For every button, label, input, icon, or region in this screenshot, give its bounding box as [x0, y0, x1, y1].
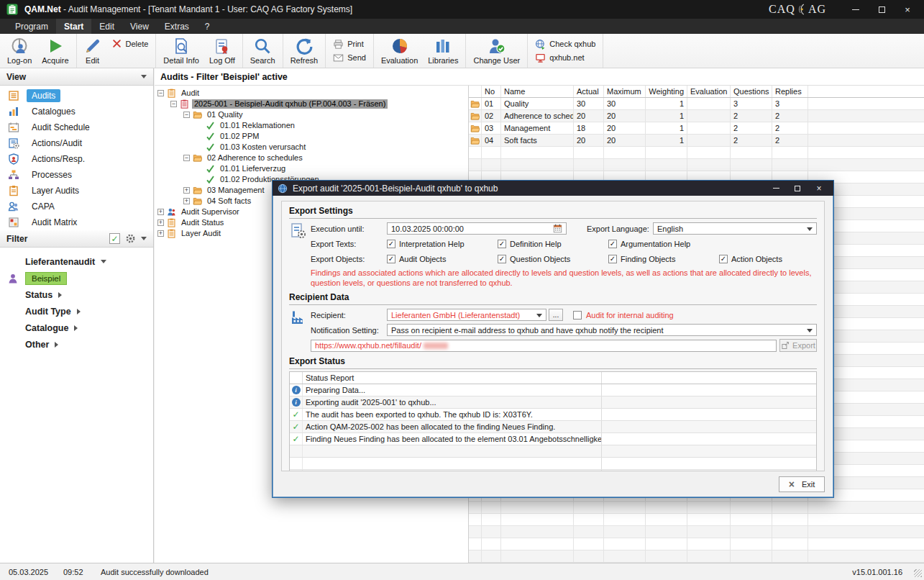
filter-group-catalogue[interactable]: Catalogue: [0, 320, 153, 336]
collapse-icon[interactable]: −: [170, 101, 177, 107]
column-header-no[interactable]: No: [482, 86, 501, 97]
filter-type-selector[interactable]: Lieferantenaudit: [0, 253, 153, 270]
notification-setting-select[interactable]: Pass on recipient e-mail address to qxhu…: [387, 324, 817, 336]
menu-item-view[interactable]: View: [122, 19, 157, 34]
finding-objects-checkbox[interactable]: ✓: [608, 255, 617, 263]
export-text-definition-help[interactable]: ✓Definition Help: [498, 240, 608, 248]
libraries-button[interactable]: Libraries: [423, 35, 463, 66]
sidebar-item-actions-audit[interactable]: Actions/Audit: [0, 135, 153, 151]
export-language-select[interactable]: English: [653, 222, 817, 235]
export-text-interpretation-help[interactable]: ✓Interpretation Help: [387, 240, 498, 248]
chevron-down-icon[interactable]: [141, 237, 147, 240]
recipient-select[interactable]: Lieferanten GmbH (Lieferantenstadt): [387, 309, 546, 321]
filter-group-other[interactable]: Other: [0, 336, 153, 353]
tree-node[interactable]: 01.01 Lieferverzug: [155, 163, 468, 174]
tree-node[interactable]: −Audit: [155, 88, 468, 99]
column-header-questions[interactable]: Questions: [731, 86, 772, 97]
sidebar-item-audit-matrix[interactable]: Audit Matrix: [0, 214, 153, 230]
qxhub-net-button[interactable]: qxhub.net: [535, 53, 595, 63]
column-header-actual[interactable]: Actual: [574, 86, 604, 97]
sidebar-item-capa[interactable]: CAPA: [0, 199, 153, 214]
export-object-question-objects[interactable]: ✓Question Objects: [498, 255, 608, 263]
export-object-audit-objects[interactable]: ✓Audit Objects: [387, 255, 498, 263]
recipient-browse-button[interactable]: ...: [549, 309, 563, 321]
dialog-maximize-button[interactable]: [788, 182, 807, 194]
action-objects-checkbox[interactable]: ✓: [719, 255, 728, 263]
send-button[interactable]: Send: [333, 53, 366, 63]
expand-icon[interactable]: +: [157, 219, 164, 226]
window-close-button[interactable]: ×: [900, 3, 915, 16]
window-maximize-button[interactable]: [874, 3, 889, 16]
log-on-button[interactable]: Log-on: [2, 35, 37, 66]
interpretation-help-checkbox[interactable]: ✓: [387, 240, 395, 248]
evaluation-button[interactable]: Evaluation: [376, 35, 423, 66]
collapse-icon[interactable]: −: [183, 112, 190, 118]
dialog-close-button[interactable]: ×: [810, 182, 828, 194]
table-row[interactable]: 04Soft facts2020122: [469, 135, 924, 147]
sidebar-item-catalogues[interactable]: Catalogues: [0, 104, 153, 119]
print-button[interactable]: Print: [333, 39, 366, 50]
table-row[interactable]: 02Adherence to schedules2020122: [469, 110, 924, 122]
expand-icon[interactable]: +: [157, 230, 164, 237]
internal-auditing-checkbox[interactable]: [573, 311, 582, 320]
argumentation-help-checkbox[interactable]: ✓: [608, 240, 617, 248]
log-off-button[interactable]: Log Off: [204, 35, 240, 66]
column-header-weighting[interactable]: Weighting: [646, 86, 687, 97]
window-minimize-button[interactable]: [848, 3, 864, 16]
collapse-icon[interactable]: −: [157, 90, 164, 96]
audit-objects-checkbox[interactable]: ✓: [387, 255, 395, 263]
tree-node[interactable]: −02 Adherence to schedules: [155, 153, 468, 163]
tree-node[interactable]: 01.03 Kosten verursacht: [155, 142, 468, 153]
detail-info-button[interactable]: Detail Info: [158, 35, 204, 66]
filter-group-status[interactable]: Status: [0, 286, 153, 303]
definition-help-checkbox[interactable]: ✓: [498, 240, 506, 248]
sidebar-item-layer-audits[interactable]: Layer Audits: [0, 183, 153, 199]
exit-button[interactable]: × Exit: [779, 476, 825, 492]
column-header-evaluation[interactable]: Evaluation: [687, 86, 731, 97]
acquire-button[interactable]: Acquire: [37, 35, 73, 66]
active-filter-chip[interactable]: Beispiel: [25, 272, 67, 285]
check-qxhub-button[interactable]: Check qxhub: [535, 39, 595, 50]
tree-node[interactable]: 01.01 Reklamationen: [155, 120, 468, 131]
export-button[interactable]: Export: [779, 339, 817, 352]
sidebar-item-audits[interactable]: Audits: [0, 88, 153, 104]
expand-icon[interactable]: +: [157, 209, 164, 215]
tree-node[interactable]: 01.02 PPM: [155, 131, 468, 142]
table-row[interactable]: 03Management1820122: [469, 122, 924, 135]
menu-item-start[interactable]: Start: [56, 19, 91, 34]
search-button[interactable]: Search: [245, 35, 280, 66]
gear-icon[interactable]: [125, 233, 136, 244]
export-object-finding-objects[interactable]: ✓Finding Objects: [608, 255, 719, 263]
view-panel-header[interactable]: View: [0, 68, 153, 86]
sidebar-item-audit-schedule[interactable]: Audit Schedule: [0, 119, 153, 135]
menu-item-[interactable]: ?: [197, 19, 218, 34]
column-header-name[interactable]: Name: [501, 86, 574, 97]
menu-item-extras[interactable]: Extras: [157, 19, 197, 34]
sidebar-item-actions-resp[interactable]: Actions/Resp.: [0, 151, 153, 167]
resize-grip[interactable]: [914, 569, 922, 577]
export-object-action-objects[interactable]: ✓Action Objects: [719, 255, 825, 263]
table-row[interactable]: 01Quality3030133: [469, 98, 924, 110]
chevron-down-icon[interactable]: [141, 75, 147, 78]
execution-until-input[interactable]: 10.03.2025 00:00:00: [387, 222, 567, 235]
filter-enabled-checkbox[interactable]: ✓: [109, 233, 120, 244]
export-text-argumentation-help[interactable]: ✓Argumentation Help: [608, 240, 817, 248]
collapse-icon[interactable]: −: [183, 155, 190, 161]
change-user-button[interactable]: Change User: [468, 35, 525, 66]
filter-group-audit-type[interactable]: Audit Type: [0, 303, 153, 320]
expand-icon[interactable]: +: [183, 187, 190, 194]
delete-button[interactable]: Delete: [111, 38, 149, 49]
qxhub-url-field[interactable]: https://www.qxhub.net/fillaudit/: [311, 340, 777, 352]
menu-item-edit[interactable]: Edit: [91, 19, 122, 34]
tree-node[interactable]: −2025-001 - Beispiel-Audit qxhub (FP.004…: [155, 99, 468, 109]
menu-item-program[interactable]: Program: [7, 19, 56, 34]
column-header-maximum[interactable]: Maximum: [604, 86, 646, 97]
edit-button[interactable]: Edit: [79, 35, 106, 66]
dialog-minimize-button[interactable]: [767, 182, 785, 194]
expand-icon[interactable]: +: [183, 198, 190, 204]
filter-panel-header[interactable]: Filter ✓: [0, 230, 153, 248]
column-header-replies[interactable]: Replies: [772, 86, 808, 97]
calendar-icon[interactable]: [553, 224, 562, 233]
tree-node[interactable]: −01 Quality: [155, 109, 468, 120]
refresh-button[interactable]: Refresh: [285, 35, 324, 66]
